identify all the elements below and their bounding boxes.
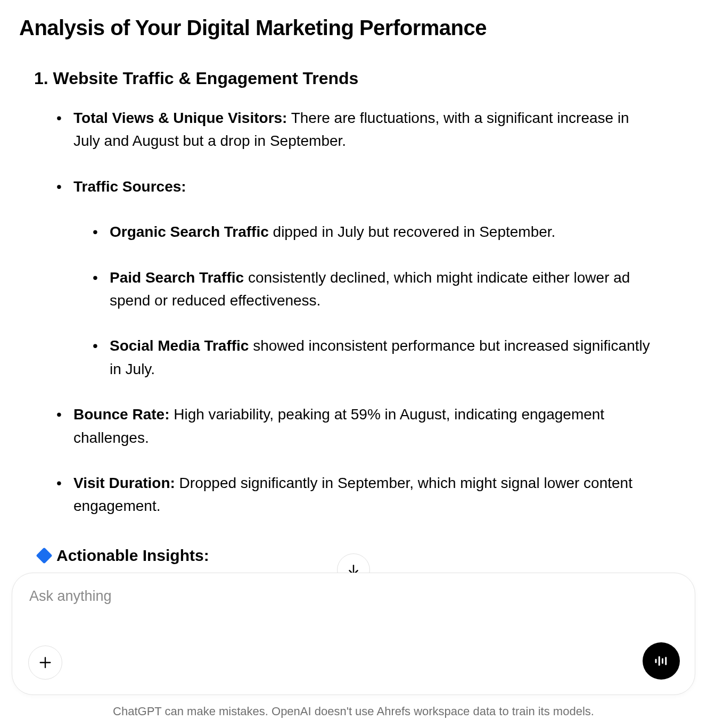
chat-input-container [12,573,695,695]
section-heading: 1. Website Traffic & Engagement Trends [34,69,652,88]
disclaimer-text: ChatGPT can make mistakes. OpenAI doesn'… [0,705,707,718]
item-text: dipped in July but recovered in Septembe… [269,224,556,240]
list-item: Traffic Sources: Organic Search Traffic … [56,175,652,380]
list-item: Bounce Rate: High variability, peaking a… [56,403,652,449]
item-label: Paid Search Traffic [110,269,244,286]
item-label: Organic Search Traffic [110,224,269,240]
sub-bullet-list: Organic Search Traffic dipped in July bu… [93,220,652,380]
page-title: Analysis of Your Digital Marketing Perfo… [19,16,652,40]
content-area: Analysis of Your Digital Marketing Perfo… [0,0,671,565]
item-label: Traffic Sources: [73,178,186,195]
add-attachment-button[interactable] [28,646,62,680]
list-item: Paid Search Traffic consistently decline… [93,266,652,312]
plus-icon [38,655,53,670]
chat-input[interactable] [29,588,678,621]
waveform-icon [653,653,669,669]
main-bullet-list: Total Views & Unique Visitors: There are… [56,106,652,518]
item-label: Visit Duration: [73,475,175,491]
list-item: Social Media Traffic showed inconsistent… [93,334,652,380]
voice-input-button[interactable] [643,642,680,680]
list-item: Total Views & Unique Visitors: There are… [56,106,652,153]
insights-label: Actionable Insights: [56,547,209,565]
item-label: Total Views & Unique Visitors: [73,110,287,126]
item-label: Social Media Traffic [110,337,249,354]
diamond-icon [36,547,52,564]
list-item: Organic Search Traffic dipped in July bu… [93,220,652,243]
item-label: Bounce Rate: [73,406,169,423]
list-item: Visit Duration: Dropped significantly in… [56,471,652,518]
